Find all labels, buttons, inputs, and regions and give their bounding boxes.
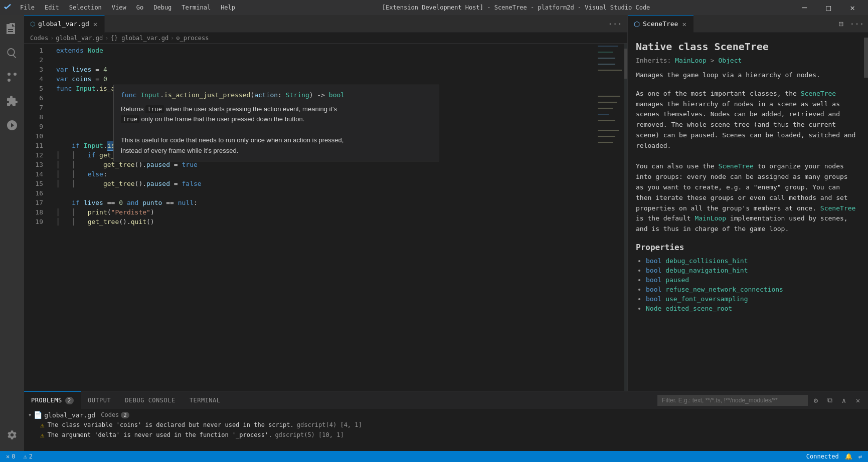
- mainloop-link-2[interactable]: MainLoop: [695, 214, 726, 222]
- doc-long-desc: As one of the most important classes, th…: [636, 89, 856, 235]
- problem-text-2: The argument 'delta' is never used in th…: [47, 431, 272, 438]
- panel-tab-label: SceneTree: [643, 20, 678, 28]
- code-line-4: var coins = 0: [56, 74, 597, 84]
- svg-rect-14: [598, 136, 615, 137]
- svg-rect-6: [598, 64, 615, 65]
- panel-actions: ⊟ ···: [834, 17, 868, 31]
- status-errors[interactable]: ✕ 0: [4, 453, 17, 460]
- property-list: bool debug_collisions_hint bool debug_na…: [636, 257, 856, 312]
- menu-bar: File Edit Selection View Go Debug Termin…: [16, 3, 239, 12]
- right-panel-tab-scenetree[interactable]: ⬡ SceneTree ✕: [628, 15, 693, 33]
- property-paused: bool paused: [646, 276, 856, 284]
- code-line-14: │ │ else:: [56, 169, 597, 179]
- tab-debug-label: DEBUG CONSOLE: [125, 397, 175, 404]
- panel-open-editor-button[interactable]: ⊟: [834, 17, 848, 31]
- code-line-19: │ │ get_tree().quit(): [56, 217, 597, 226]
- group-path: Codes: [97, 411, 119, 418]
- breadcrumb-file[interactable]: global_var.gd: [56, 35, 103, 42]
- window-controls: ─ □ ✕: [793, 0, 864, 15]
- prop-font-link[interactable]: use_font_oversampling: [665, 295, 748, 303]
- svg-rect-7: [598, 70, 622, 71]
- problem-group-header[interactable]: ▾ 📄 global_var.gd Codes 2: [24, 410, 868, 420]
- activity-explorer[interactable]: [0, 17, 24, 41]
- doc-inherits: Inherits: MainLoop > Object: [636, 57, 856, 64]
- panel-tab-close[interactable]: ✕: [681, 19, 687, 29]
- properties-title: Properties: [636, 243, 856, 252]
- prop-debug-navigation-link[interactable]: debug_navigation_hint: [665, 267, 748, 274]
- activity-debug[interactable]: [0, 113, 24, 137]
- svg-rect-8: [598, 96, 620, 97]
- tab-problems-label: PROBLEMS: [31, 397, 62, 404]
- problem-item-1[interactable]: ⚠ The class variable 'coins' is declared…: [24, 420, 868, 430]
- doc-managed-desc: Manages the game loop via a hierarchy of…: [636, 70, 856, 81]
- maximize-button[interactable]: □: [817, 0, 840, 15]
- scroll-thumb[interactable]: [624, 49, 627, 79]
- tab-more-button[interactable]: ···: [603, 19, 627, 29]
- menu-edit[interactable]: Edit: [41, 3, 63, 12]
- close-panel-button[interactable]: ✕: [852, 394, 864, 406]
- tab-terminal[interactable]: TERMINAL: [183, 391, 228, 409]
- activity-settings[interactable]: [0, 423, 24, 447]
- panel-scroll-thumb[interactable]: [864, 38, 868, 78]
- close-button[interactable]: ✕: [841, 0, 864, 15]
- breadcrumb-scope[interactable]: {} global_var.gd: [111, 35, 169, 42]
- svg-rect-3: [598, 46, 618, 47]
- prop-debug-collisions-link[interactable]: debug_collisions_hint: [665, 257, 748, 265]
- panel-more-button[interactable]: ···: [850, 17, 864, 31]
- status-sync[interactable]: ⇄: [856, 453, 864, 460]
- filter-settings-button[interactable]: ⚙: [810, 394, 822, 406]
- svg-point-0: [8, 79, 11, 82]
- tab-debug-console[interactable]: DEBUG CONSOLE: [118, 391, 182, 409]
- activity-search[interactable]: [0, 41, 24, 65]
- line-numbers: 1 2 3 4 5 6 7 8 9 10 11 12 13 14: [24, 44, 48, 391]
- activity-source-control[interactable]: [0, 65, 24, 89]
- tooltip-func-sig: func Input.is_action_just_pressed(action…: [121, 90, 432, 100]
- menu-view[interactable]: View: [108, 3, 130, 12]
- bottom-tabs: PROBLEMS 2 OUTPUT DEBUG CONSOLE TERMINAL…: [24, 391, 868, 409]
- code-editor[interactable]: 1 2 3 4 5 6 7 8 9 10 11 12 13 14: [24, 44, 627, 391]
- status-right: Connected 🔔 ⇄: [804, 453, 868, 460]
- breadcrumb-codes[interactable]: Codes: [30, 35, 48, 42]
- collapse-button[interactable]: ∧: [838, 394, 850, 406]
- menu-selection[interactable]: Selection: [65, 3, 106, 12]
- filter-input[interactable]: [657, 395, 808, 406]
- tab-global-var[interactable]: ⬡ global_var.gd ✕: [24, 15, 105, 33]
- minimize-button[interactable]: ─: [793, 0, 816, 15]
- scenetree-link-1[interactable]: SceneTree: [801, 90, 836, 97]
- vscode-icon: [4, 4, 12, 12]
- prop-refuse-link[interactable]: refuse_new_network_connections: [665, 286, 783, 293]
- svg-rect-10: [598, 108, 613, 109]
- object-link[interactable]: Object: [718, 57, 742, 64]
- prop-paused-link[interactable]: paused: [665, 276, 689, 284]
- title-bar: File Edit Selection View Go Debug Termin…: [0, 0, 868, 15]
- activity-extensions[interactable]: [0, 89, 24, 113]
- editor-scrollbar[interactable]: [624, 44, 627, 391]
- menu-go[interactable]: Go: [132, 3, 147, 12]
- tab-output[interactable]: OUTPUT: [81, 391, 118, 409]
- prop-scene-root-link[interactable]: edited_scene_root: [665, 305, 732, 312]
- tab-file-icon: ⬡: [30, 21, 35, 28]
- status-connected[interactable]: Connected: [804, 453, 841, 460]
- open-new-tab-button[interactable]: ⧉: [824, 394, 836, 406]
- tab-label: global_var.gd: [38, 20, 89, 28]
- code-line-18: │ │ print("Perdiste"): [56, 207, 597, 217]
- tooltip-description: Returns true when the user starts pressi…: [121, 104, 432, 156]
- tab-close-button[interactable]: ✕: [92, 19, 98, 29]
- scenetree-link-3[interactable]: SceneTree: [820, 204, 855, 212]
- status-bell[interactable]: 🔔: [843, 453, 854, 460]
- menu-terminal[interactable]: Terminal: [178, 3, 215, 12]
- scenetree-link-2[interactable]: SceneTree: [718, 162, 753, 170]
- breadcrumb-function[interactable]: ⊙_process: [176, 35, 209, 42]
- menu-help[interactable]: Help: [217, 3, 239, 12]
- svg-rect-4: [598, 52, 613, 53]
- problem-item-2[interactable]: ⚠ The argument 'delta' is never used in …: [24, 430, 868, 440]
- menu-debug[interactable]: Debug: [149, 3, 176, 12]
- code-content[interactable]: extends Node var lives = 4 var coins = 0: [48, 44, 597, 391]
- mainloop-link[interactable]: MainLoop: [675, 57, 707, 64]
- panel-tab-icon: ⬡: [634, 20, 640, 28]
- panel-scrollbar[interactable]: [864, 33, 868, 391]
- tab-problems[interactable]: PROBLEMS 2: [24, 391, 81, 409]
- menu-file[interactable]: File: [16, 3, 39, 12]
- warning-icon: ⚠: [23, 453, 27, 460]
- status-warnings[interactable]: ⚠ 2: [21, 453, 34, 460]
